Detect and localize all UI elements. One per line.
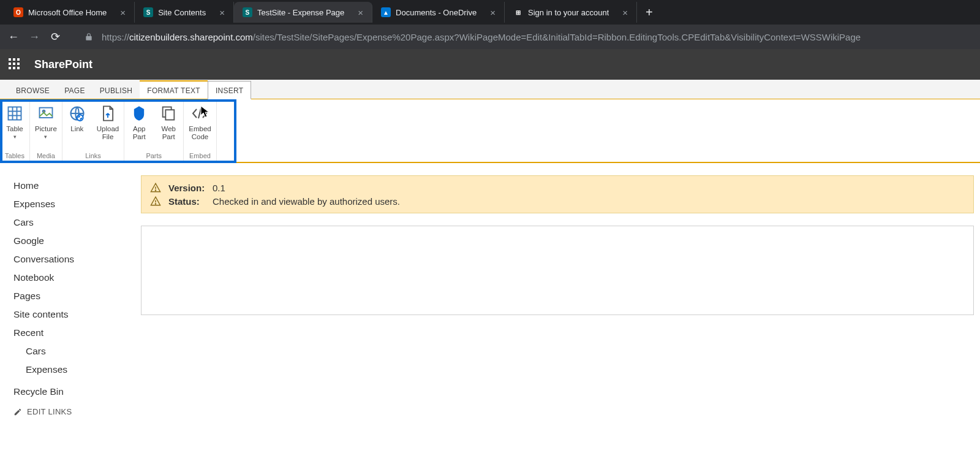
favicon: ⊞: [513, 7, 523, 17]
nav-link-cars[interactable]: Cars: [13, 213, 141, 232]
main-column: Version: 0.1 Status: Checked in and view…: [141, 163, 980, 469]
browser-tab-3[interactable]: ▲Documents - OneDrive×: [372, 2, 505, 23]
browser-tab-2[interactable]: STestSite - Expense Page×: [234, 2, 372, 23]
ribbon-tab-format-text[interactable]: FORMAT TEXT: [140, 80, 208, 99]
tab-title: TestSite - Expense Page: [257, 8, 344, 17]
ribbon-button-label: EmbedCode: [189, 125, 211, 141]
page-area: HomeExpensesCarsGoogleConversationsNoteb…: [0, 163, 980, 469]
url-path: /sites/TestSite/SitePages/Expense%20Page…: [253, 32, 861, 42]
ribbon-button-upload-file[interactable]: UploadFile: [92, 99, 124, 141]
ribbon-group-label: Media: [30, 151, 62, 162]
ribbon-button-label: Table: [6, 125, 23, 133]
app-launcher-icon[interactable]: [9, 58, 21, 71]
status-row-status: Status: Checked in and viewable by autho…: [150, 194, 965, 208]
page-edit-canvas[interactable]: [141, 226, 974, 315]
url-display[interactable]: https://citizenbuilders.sharepoint.com/s…: [102, 32, 861, 42]
ribbon-tab-strip: BROWSEPAGEPUBLISHFORMAT TEXTINSERT: [0, 80, 980, 99]
ribbon-group-label: Tables: [0, 151, 29, 162]
close-tab-icon[interactable]: ×: [622, 7, 628, 18]
ribbon-button-link[interactable]: Link: [62, 99, 92, 133]
ribbon-button-web-part[interactable]: WebPart: [154, 99, 183, 141]
nav-link-google[interactable]: Google: [13, 232, 141, 250]
svg-point-15: [155, 204, 156, 204]
nav-link-pages[interactable]: Pages: [13, 287, 141, 305]
suite-bar: SharePoint: [0, 49, 980, 80]
nav-link-conversations[interactable]: Conversations: [13, 250, 141, 269]
app-part-icon: [130, 103, 148, 124]
nav-link-home[interactable]: Home: [13, 177, 141, 195]
favicon: S: [143, 7, 153, 17]
tab-title: Sign in to your account: [528, 8, 609, 17]
nav-recent-cars[interactable]: Cars: [13, 342, 141, 360]
browser-tab-1[interactable]: SSite Contents×: [135, 2, 234, 23]
ribbon-button-table[interactable]: Table▾: [0, 99, 29, 140]
back-button[interactable]: ←: [7, 31, 20, 44]
ribbon-tab-browse[interactable]: BROWSE: [9, 82, 57, 99]
nav-link-recent[interactable]: Recent: [13, 324, 141, 342]
svg-point-13: [155, 190, 156, 191]
ribbon-group-label: Parts: [124, 151, 183, 162]
ribbon-button-picture[interactable]: Picture▾: [30, 99, 62, 140]
tab-title: Microsoft Office Home: [28, 8, 107, 17]
pencil-icon: [13, 408, 22, 416]
ribbon-body: Table▾TablesPicture▾MediaLinkUploadFileL…: [0, 99, 980, 163]
nav-link-expenses[interactable]: Expenses: [13, 195, 141, 213]
link-icon: [69, 103, 86, 124]
ribbon-group-links: LinkUploadFileLinks: [62, 99, 124, 162]
nav-link-notebook[interactable]: Notebook: [13, 269, 141, 287]
nav-link-site-contents[interactable]: Site contents: [13, 305, 141, 324]
address-bar: ← → ⟳ https://citizenbuilders.sharepoint…: [0, 25, 980, 49]
nav-link-recycle-bin[interactable]: Recycle Bin: [13, 383, 141, 401]
browser-tab-4[interactable]: ⊞Sign in to your account×: [505, 2, 637, 23]
ribbon-group-parts: AppPartWebPartParts: [124, 99, 184, 162]
ribbon-tab-insert[interactable]: INSERT: [208, 81, 252, 99]
tab-title: Site Contents: [158, 8, 206, 17]
version-value: 0.1: [213, 183, 225, 193]
nav-host: HomeExpensesCarsGoogleConversationsNoteb…: [13, 177, 141, 401]
svg-rect-0: [9, 107, 21, 120]
url-prefix: https://: [102, 32, 129, 42]
version-label: Version:: [168, 183, 205, 193]
lock-icon: [85, 32, 93, 41]
status-value: Checked in and viewable by authorized us…: [213, 196, 400, 207]
close-tab-icon[interactable]: ×: [358, 7, 363, 18]
ribbon-group-tables: Table▾Tables: [0, 99, 30, 162]
edit-links-button[interactable]: EDIT LINKS: [13, 407, 141, 416]
browser-tab-strip: OMicrosoft Office Home×SSite Contents×ST…: [0, 0, 980, 25]
forward-button[interactable]: →: [28, 31, 40, 44]
status-label: Status:: [168, 196, 205, 207]
svg-line-11: [198, 109, 201, 118]
url-host: citizenbuilders.sharepoint.com: [129, 32, 253, 42]
nav-recent-expenses[interactable]: Expenses: [13, 360, 141, 379]
svg-rect-10: [166, 110, 175, 120]
svg-rect-5: [39, 108, 52, 118]
tabs-host: OMicrosoft Office Home×SSite Contents×ST…: [5, 2, 637, 23]
warning-icon: [150, 182, 161, 193]
dropdown-caret-icon: ▾: [13, 134, 17, 140]
embed-code-icon: [190, 103, 209, 124]
close-tab-icon[interactable]: ×: [219, 7, 225, 18]
ribbon-button-app-part[interactable]: AppPart: [124, 99, 154, 141]
favicon: O: [13, 7, 23, 17]
web-part-icon: [160, 103, 177, 124]
ribbon-button-label: Link: [70, 125, 83, 133]
browser-tab-0[interactable]: OMicrosoft Office Home×: [5, 2, 135, 23]
table-icon: [6, 103, 23, 124]
tab-title: Documents - OneDrive: [396, 8, 477, 17]
reload-button[interactable]: ⟳: [49, 30, 61, 44]
ribbon-group-media: Picture▾Media: [30, 99, 62, 162]
ribbon-button-embed-code[interactable]: EmbedCode: [184, 99, 216, 141]
ribbon-tab-page[interactable]: PAGE: [57, 82, 92, 99]
ribbon-tab-publish[interactable]: PUBLISH: [92, 82, 140, 99]
close-tab-icon[interactable]: ×: [490, 7, 496, 18]
ribbon-button-label: UploadFile: [97, 125, 119, 141]
new-tab-button[interactable]: +: [637, 6, 662, 20]
close-tab-icon[interactable]: ×: [120, 7, 126, 18]
ribbon-group-label: Links: [62, 151, 124, 162]
ribbon-group-label: Embed: [184, 151, 216, 162]
warning-icon: [150, 196, 161, 207]
left-navigation: HomeExpensesCarsGoogleConversationsNoteb…: [0, 163, 141, 469]
edit-links-label: EDIT LINKS: [27, 407, 72, 416]
upload-file-icon: [99, 103, 116, 124]
ribbon-group-embed: EmbedCodeEmbed: [184, 99, 216, 162]
